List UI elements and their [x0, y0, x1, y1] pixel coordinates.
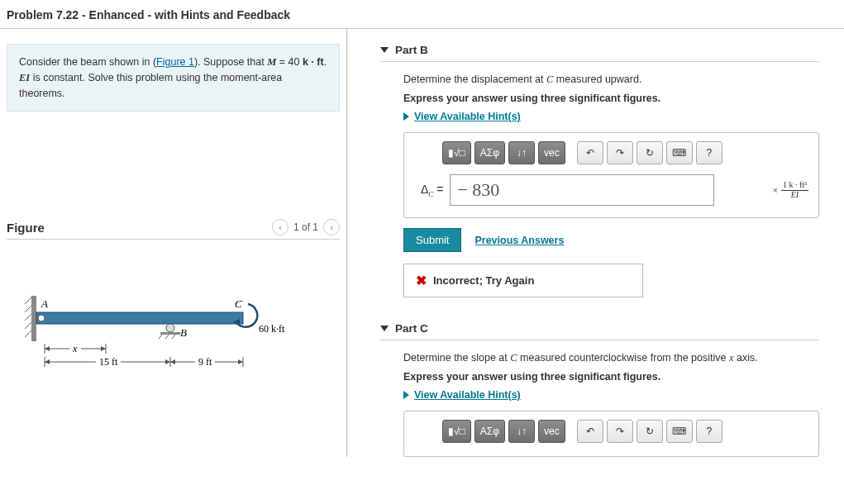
tool-subsup-button[interactable]: ↓↑: [508, 420, 535, 443]
caret-down-icon: [380, 326, 389, 331]
right-panel: Part B Determine the displacement at C m…: [347, 29, 844, 457]
problem-statement: Consider the beam shown in (Figure 1). S…: [7, 44, 340, 112]
part-b-hints[interactable]: View Available Hint(s): [403, 111, 819, 122]
tool-redo-button[interactable]: ↷: [607, 141, 633, 164]
svg-line-9: [159, 335, 162, 339]
submit-button[interactable]: Submit: [403, 228, 461, 252]
left-panel: Consider the beam shown in (Figure 1). S…: [0, 29, 347, 457]
svg-marker-21: [45, 346, 50, 351]
svg-line-5: [25, 330, 31, 337]
feedback-text: Incorrect; Try Again: [433, 274, 534, 287]
fig-count: 1 of 1: [293, 221, 318, 233]
tool-keyboard-button[interactable]: ⌨: [666, 420, 693, 443]
tool-subsup-button[interactable]: ↓↑: [508, 141, 535, 164]
caret-right-icon: [403, 391, 409, 399]
unit-label: × 1 k · ft³EI: [773, 181, 808, 199]
tool-help-button[interactable]: ?: [696, 420, 722, 443]
svg-marker-30: [165, 359, 170, 364]
svg-text:C: C: [235, 297, 242, 310]
part-b-title: Part B: [395, 44, 428, 56]
tool-vec-button[interactable]: vec: [538, 420, 565, 443]
svg-line-11: [172, 335, 175, 339]
svg-line-10: [165, 335, 169, 339]
svg-text:15 ft: 15 ft: [99, 356, 118, 368]
part-c-desc: Determine the slope at C measured counte…: [403, 352, 819, 364]
part-b-header[interactable]: Part B: [380, 44, 819, 56]
tool-reset-button[interactable]: ↻: [637, 420, 663, 443]
tool-redo-button[interactable]: ↷: [607, 420, 633, 443]
figure-heading: Figure: [7, 221, 45, 235]
svg-marker-34: [170, 359, 175, 364]
part-c-answerbox: ▮√□ ΑΣφ ↓↑ vec ↶ ↷ ↻ ⌨ ?: [403, 411, 819, 457]
part-c-header[interactable]: Part C: [380, 322, 819, 335]
tool-vec-button[interactable]: vec: [538, 141, 565, 164]
svg-line-2: [25, 306, 31, 312]
fig-next-button[interactable]: ›: [323, 219, 340, 235]
tool-help-button[interactable]: ?: [696, 141, 722, 164]
part-c-title: Part C: [395, 322, 428, 335]
tool-greek-button[interactable]: ΑΣφ: [474, 420, 505, 443]
part-b-desc: Determine the displacement at C measured…: [403, 74, 819, 86]
eq-toolbar: ▮√□ ΑΣφ ↓↑ vec ↶ ↷ ↻ ⌨ ?: [442, 420, 808, 443]
tool-template-button[interactable]: ▮√□: [442, 141, 471, 164]
svg-text:9 ft: 9 ft: [198, 356, 212, 368]
svg-marker-28: [45, 359, 50, 364]
svg-text:60 k·ft: 60 k·ft: [259, 323, 285, 335]
tool-template-button[interactable]: ▮√□: [442, 420, 471, 443]
delta-c-label: ΔC =: [421, 183, 443, 198]
tool-keyboard-button[interactable]: ⌨: [666, 141, 693, 164]
svg-rect-0: [31, 296, 36, 341]
svg-marker-23: [101, 346, 106, 351]
svg-point-7: [166, 324, 174, 332]
prev-answers-link[interactable]: Previous Answers: [474, 235, 564, 246]
svg-text:B: B: [180, 326, 187, 339]
page-title: Problem 7.22 - Enhanced - with Hints and…: [0, 0, 844, 26]
part-b-inst: Express your answer using three signific…: [403, 93, 819, 104]
fig-prev-button[interactable]: ‹: [272, 219, 288, 235]
svg-line-4: [25, 322, 31, 329]
svg-line-1: [25, 297, 31, 304]
tool-undo-button[interactable]: ↶: [577, 420, 603, 443]
part-b-answerbox: ▮√□ ΑΣφ ↓↑ vec ↶ ↷ ↻ ⌨ ? ΔC = × 1 k · ft…: [403, 132, 819, 218]
tool-greek-button[interactable]: ΑΣφ: [474, 141, 505, 164]
tool-reset-button[interactable]: ↻: [637, 141, 663, 164]
svg-point-12: [38, 315, 45, 321]
figure-link[interactable]: Figure 1: [156, 56, 194, 68]
incorrect-icon: ✖: [416, 273, 427, 288]
eq-toolbar: ▮√□ ΑΣφ ↓↑ vec ↶ ↷ ↻ ⌨ ?: [442, 141, 808, 164]
svg-rect-8: [160, 332, 180, 335]
tool-undo-button[interactable]: ↶: [577, 141, 603, 164]
part-c-inst: Express your answer using three signific…: [403, 371, 819, 383]
caret-down-icon: [380, 47, 389, 53]
svg-text:A: A: [41, 297, 48, 310]
svg-line-3: [25, 314, 31, 321]
svg-marker-36: [238, 359, 243, 364]
answer-input[interactable]: [450, 174, 714, 206]
svg-text:x: x: [72, 343, 78, 354]
caret-right-icon: [403, 112, 409, 121]
part-c-divider: [380, 340, 819, 340]
figure-diagram: A B C 60 k·ft x 15 ft: [7, 289, 340, 388]
part-c-hints[interactable]: View Available Hint(s): [403, 389, 819, 401]
svg-rect-6: [36, 312, 243, 324]
feedback-box: ✖ Incorrect; Try Again: [403, 264, 643, 297]
figure-divider: [7, 239, 340, 240]
part-b-divider: [380, 61, 819, 62]
